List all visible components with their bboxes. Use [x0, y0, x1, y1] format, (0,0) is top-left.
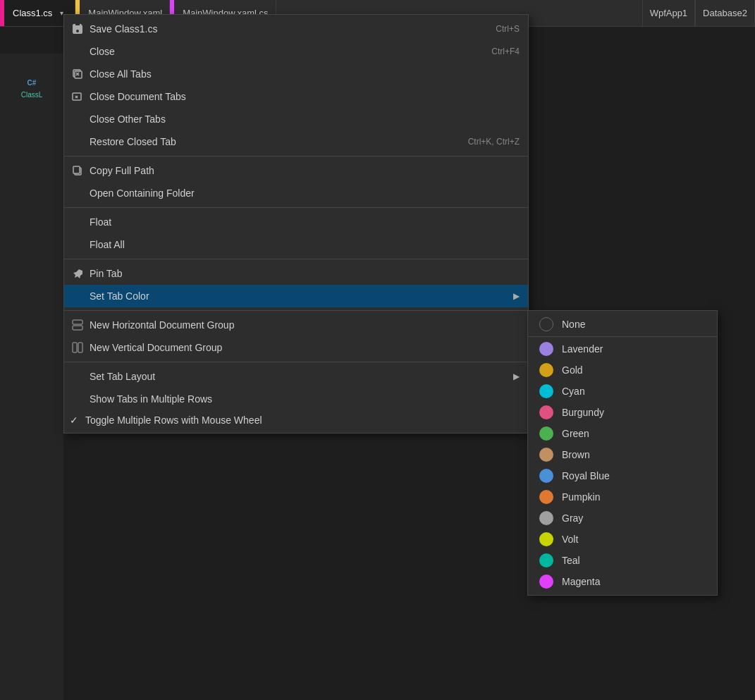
vert-group-icon [70, 340, 85, 355]
menu-label-set-tab-color: Set Tab Color [90, 290, 508, 302]
menu-label-pin-tab: Pin Tab [90, 268, 520, 279]
color-swatch-gray [539, 511, 553, 525]
close-all-icon [70, 66, 85, 82]
layout-placeholder-icon [70, 369, 85, 384]
menu-item-float-all[interactable]: Float All [64, 233, 528, 256]
menu-label-new-horiz-group: New Horizontal Document Group [90, 319, 520, 331]
menu-label-float: Float [90, 216, 520, 228]
separator-4 [64, 310, 528, 311]
color-item-green[interactable]: Green [528, 423, 717, 444]
menu-shortcut-save: Ctrl+S [496, 24, 520, 34]
tab-label-wpfapp1: WpfApp1 [650, 8, 687, 18]
svg-rect-6 [73, 326, 82, 330]
menu-item-float[interactable]: Float [64, 211, 528, 233]
menu-label-set-tab-layout: Set Tab Layout [90, 371, 508, 382]
separator-1 [64, 156, 528, 156]
color-item-cyan[interactable]: Cyan [528, 381, 717, 402]
menu-label-copy-full-path: Copy Full Path [90, 165, 520, 176]
color-item-magenta[interactable]: Magenta [528, 571, 717, 592]
color-label-brown: Brown [562, 449, 590, 460]
svg-rect-8 [78, 343, 82, 352]
close-doc-icon [70, 89, 85, 104]
color-label-green: Green [562, 428, 589, 439]
tab-right-group: WpfApp1 Database2 [642, 0, 755, 26]
color-swatch-royal-blue [539, 469, 553, 483]
color-item-brown[interactable]: Brown [528, 444, 717, 465]
color-item-teal[interactable]: Teal [528, 550, 717, 571]
color-placeholder-icon [70, 288, 85, 304]
horiz-group-icon [70, 317, 85, 333]
color-item-gold[interactable]: Gold [528, 360, 717, 381]
color-label-royal-blue: Royal Blue [562, 470, 610, 481]
color-item-none[interactable]: None [528, 314, 717, 335]
color-item-gray[interactable]: Gray [528, 508, 717, 529]
svg-rect-4 [73, 166, 80, 173]
color-swatch-pumpkin [539, 490, 553, 504]
restore-placeholder-icon [70, 134, 85, 149]
pin-icon [70, 266, 85, 281]
menu-item-set-tab-color[interactable]: Set Tab Color ▶ [64, 285, 528, 307]
color-swatch-lavender [539, 342, 553, 356]
menu-item-open-containing[interactable]: Open Containing Folder [64, 182, 528, 204]
color-label-pumpkin: Pumpkin [562, 491, 600, 503]
svg-rect-5 [73, 320, 82, 324]
color-label-teal: Teal [562, 555, 580, 566]
color-label-none: None [562, 319, 585, 330]
color-label-gold: Gold [562, 364, 583, 376]
checkmark-toggle-multiple: ✓ [70, 415, 82, 426]
color-swatch-magenta [539, 575, 553, 589]
color-label-lavender: Lavender [562, 343, 603, 355]
menu-item-save[interactable]: Save Class1.cs Ctrl+S [64, 18, 528, 40]
float-all-placeholder-icon [70, 237, 85, 252]
color-item-pumpkin[interactable]: Pumpkin [528, 486, 717, 508]
color-submenu: None Lavender Gold Cyan Burgundy Green B… [527, 310, 718, 596]
menu-item-copy-full-path[interactable]: Copy Full Path [64, 159, 528, 182]
tab-wpfapp1[interactable]: WpfApp1 [642, 0, 695, 26]
color-swatch-teal [539, 553, 553, 567]
sidebar-strip: C# ClassL [0, 54, 63, 700]
menu-label-close-doc-tabs: Close Document Tabs [90, 91, 520, 102]
menu-item-close-doc-tabs[interactable]: Close Document Tabs [64, 85, 528, 108]
menu-label-close-all-tabs: Close All Tabs [90, 68, 520, 80]
context-menu: Save Class1.cs Ctrl+S Close Ctrl+F4 Clos… [63, 14, 529, 434]
show-tabs-placeholder-icon [70, 391, 85, 407]
copy-icon [70, 163, 85, 178]
menu-item-restore-closed[interactable]: Restore Closed Tab Ctrl+K, Ctrl+Z [64, 130, 528, 153]
menu-item-close[interactable]: Close Ctrl+F4 [64, 40, 528, 63]
folder-placeholder-icon [70, 185, 85, 201]
color-separator [528, 336, 717, 337]
menu-shortcut-close: Ctrl+F4 [491, 47, 520, 56]
color-swatch-none [539, 317, 553, 331]
menu-item-show-tabs-multiple[interactable]: Show Tabs in Multiple Rows [64, 388, 528, 410]
color-swatch-green [539, 426, 553, 441]
color-label-gray: Gray [562, 512, 583, 524]
menu-label-close-other-tabs: Close Other Tabs [90, 113, 520, 125]
menu-item-toggle-multiple-rows[interactable]: ✓ Toggle Multiple Rows with Mouse Wheel [64, 410, 528, 430]
float-placeholder-icon [70, 214, 85, 230]
tab-dot-class1cs [0, 0, 4, 26]
close-placeholder-icon [70, 44, 85, 59]
close-other-placeholder-icon [70, 111, 85, 127]
menu-label-toggle-multiple-rows: Toggle Multiple Rows with Mouse Wheel [85, 415, 520, 426]
menu-item-close-other-tabs[interactable]: Close Other Tabs [64, 108, 528, 130]
menu-item-new-vert-group[interactable]: New Vertical Document Group [64, 336, 528, 359]
menu-label-restore-closed: Restore Closed Tab [90, 136, 454, 147]
menu-item-set-tab-layout[interactable]: Set Tab Layout ▶ [64, 365, 528, 388]
color-swatch-burgundy [539, 405, 553, 419]
color-label-magenta: Magenta [562, 576, 600, 587]
menu-label-new-vert-group: New Vertical Document Group [90, 342, 520, 353]
color-item-burgundy[interactable]: Burgundy [528, 402, 717, 423]
submenu-arrow-set-tab-color: ▶ [513, 291, 520, 301]
menu-item-close-all-tabs[interactable]: Close All Tabs [64, 63, 528, 85]
submenu-arrow-set-tab-layout: ▶ [513, 372, 520, 381]
menu-item-pin-tab[interactable]: Pin Tab [64, 262, 528, 285]
svg-rect-7 [73, 343, 77, 352]
color-item-royal-blue[interactable]: Royal Blue [528, 465, 717, 486]
color-swatch-cyan [539, 384, 553, 398]
tab-label-database2: Database2 [703, 8, 747, 18]
color-item-volt[interactable]: Volt [528, 529, 717, 550]
menu-item-new-horiz-group[interactable]: New Horizontal Document Group [64, 314, 528, 336]
color-item-lavender[interactable]: Lavender [528, 338, 717, 360]
tab-database2[interactable]: Database2 [695, 0, 755, 26]
sidebar-class-icon: ClassL [3, 91, 61, 99]
